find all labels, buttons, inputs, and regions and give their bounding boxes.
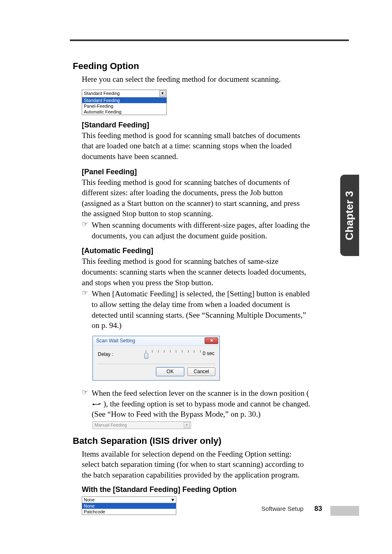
feeding-option-item-standard[interactable]: Standard Feeding — [82, 97, 166, 103]
chapter-label: Chapter 3 — [344, 191, 356, 240]
pointing-hand-icon: ☞ — [82, 388, 92, 420]
chevron-down-icon[interactable]: ▼ — [159, 90, 166, 97]
panel-feeding-note: When scanning documents with different-s… — [92, 220, 311, 241]
heading-batch-separation: Batch Separation (ISIS driver only) — [73, 436, 311, 446]
chevron-down-icon[interactable]: ▼ — [171, 497, 175, 502]
slider-thumb[interactable] — [144, 353, 148, 359]
automatic-feeding-note2: When the feed selection lever on the sca… — [92, 388, 311, 420]
pointing-hand-icon: ☞ — [82, 289, 92, 331]
pointing-hand-icon: ☞ — [82, 220, 92, 241]
batch-separation-selected: None — [84, 497, 95, 502]
feed-lever-down-icon — [92, 402, 101, 406]
heading-standard-feeding: [Standard Feeding] — [82, 121, 311, 129]
chapter-side-tab: Chapter 3 — [340, 175, 359, 256]
cancel-button[interactable]: Cancel — [187, 367, 215, 376]
panel-feeding-text: This feeding method is good for scanning… — [82, 177, 311, 219]
dialog-title: Scan Wait Setting — [96, 338, 135, 344]
ok-button[interactable]: OK — [156, 367, 184, 376]
close-icon[interactable]: ✕ — [205, 337, 218, 344]
feeding-option-item-automatic[interactable]: Automatic Feeding — [82, 109, 166, 115]
feeding-option-dropdown-disabled: Manual Feeding ▼ — [92, 421, 191, 429]
heading-automatic-feeding: [Automatic Feeding] — [82, 247, 311, 255]
footer-accent-bar — [330, 506, 359, 516]
automatic-feeding-text: This feeding method is good for scanning… — [82, 256, 311, 288]
feeding-option-selected: Standard Feeding — [84, 91, 120, 96]
feeding-option-intro: Here you can select the feeding method f… — [82, 74, 311, 85]
heading-with-standard-feeding: With the [Standard Feeding] Feeding Opti… — [82, 485, 311, 494]
heading-feeding-option: Feeding Option — [73, 61, 311, 72]
automatic-feeding-note1: When [Automatic Feeding] is selected, th… — [92, 289, 311, 331]
footer-page-number: 83 — [314, 505, 322, 512]
feeding-option-dropdown[interactable]: Standard Feeding ▼ Standard Feeding Pane… — [82, 90, 167, 115]
manual-feeding-label: Manual Feeding — [95, 422, 127, 427]
footer-section-label: Software Setup — [261, 505, 304, 512]
feeding-option-item-panel[interactable]: Panel-Feeding — [82, 103, 166, 109]
batch-separation-intro: Items available for selection depend on … — [82, 449, 311, 480]
delay-label: Delay : — [98, 351, 113, 357]
svg-point-0 — [92, 404, 94, 405]
scan-wait-dialog: Scan Wait Setting ✕ Delay : 0 sec OK — [92, 336, 220, 381]
delay-value: 0 sec — [203, 351, 214, 356]
top-rule — [70, 39, 349, 41]
heading-panel-feeding: [Panel Feeding] — [82, 168, 311, 176]
standard-feeding-text: This feeding method is good for scanning… — [82, 130, 311, 162]
chevron-down-icon: ▼ — [184, 422, 190, 428]
delay-slider[interactable]: 0 sec — [146, 350, 214, 359]
